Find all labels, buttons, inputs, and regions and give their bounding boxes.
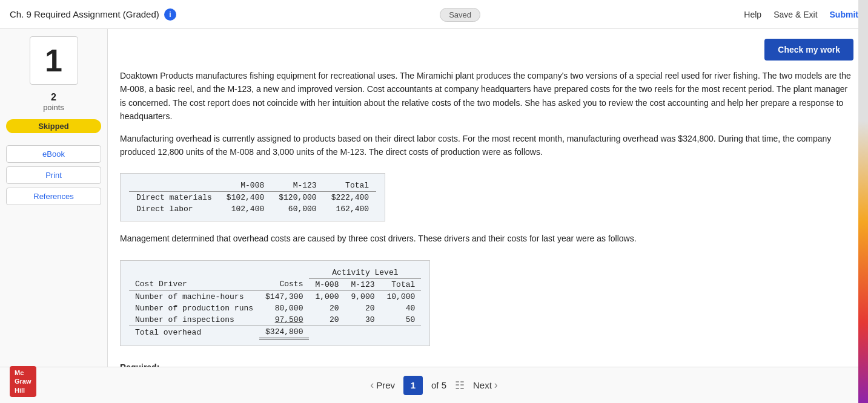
table2-row3-m008: 20 [309, 314, 345, 326]
table1-row2-m123: 60,000 [271, 203, 323, 215]
table2-total-m123 [345, 326, 380, 339]
prev-chevron-icon: ‹ [370, 379, 374, 392]
bottom-nav: Mc Graw Hill ‹ Prev 1 of 5 ☷ Next › [0, 367, 868, 403]
table1-row2-label: Direct labor [129, 203, 219, 215]
table2-row2-label: Number of production runs [129, 303, 259, 314]
table2-header-m123: M-123 [345, 278, 380, 290]
content-area: Check my work Doaktown Products manufact… [108, 29, 868, 367]
next-button[interactable]: Next › [473, 379, 498, 392]
problem-paragraph-3: Management determined that overhead cost… [120, 232, 853, 245]
table2-row1-label: Number of machine-hours [129, 290, 259, 303]
page-title: Ch. 9 Required Assignment (Graded) [10, 9, 159, 19]
main-layout: 1 2 points Skipped eBook Print Reference… [0, 29, 868, 367]
of-pages-label: of 5 [431, 380, 446, 390]
mcgraw-hill-logo: Mc Graw Hill [10, 366, 36, 397]
sidebar: 1 2 points Skipped eBook Print Reference… [0, 29, 108, 367]
table2-row1-m008: 1,000 [309, 290, 345, 303]
table2-row2-total: 40 [381, 303, 422, 314]
saved-status: Saved [440, 10, 480, 19]
table2-total-total [381, 326, 422, 339]
activity-level-table: Activity Level Cost Driver Costs M-008 M… [120, 260, 430, 347]
table2-row3-m123: 30 [345, 314, 380, 326]
topbar-right: Help Save & Exit Submit [744, 10, 858, 19]
table2-row2-m123: 20 [345, 303, 380, 314]
topbar: Ch. 9 Required Assignment (Graded) i Sav… [0, 0, 868, 29]
table1-header-m123: M-123 [271, 180, 323, 192]
problem-paragraph-2: Manufacturing overhead is currently assi… [120, 132, 853, 159]
table1-row2-total: 162,400 [324, 203, 376, 215]
current-page-number: 1 [411, 380, 416, 390]
table1-row1-label: Direct materials [129, 192, 219, 204]
next-label: Next [473, 380, 492, 390]
prev-button[interactable]: ‹ Prev [370, 379, 395, 392]
current-page-box: 1 [403, 376, 423, 395]
skipped-badge[interactable]: Skipped [6, 119, 101, 133]
saved-badge: Saved [440, 8, 480, 22]
logo-line2: Graw [15, 377, 31, 385]
references-button[interactable]: References [6, 188, 101, 205]
table2-total-label: Total overhead [129, 326, 259, 339]
table2-row2-costs: 80,000 [259, 303, 309, 314]
submit-link[interactable]: Submit [830, 10, 858, 19]
save-exit-link[interactable]: Save & Exit [774, 10, 817, 19]
logo-line3: Hill [15, 386, 31, 395]
table2-row1-m123: 9,000 [345, 290, 380, 303]
table2-row3-label: Number of inspections [129, 314, 259, 326]
table1-row1-m008: $102,400 [219, 192, 271, 204]
table2-row3-costs: 97,500 [259, 314, 309, 326]
points-label: points [6, 103, 101, 112]
check-btn-row: Check my work [120, 39, 853, 61]
problem-paragraph-1: Doaktown Products manufactures fishing e… [120, 69, 853, 123]
table2-header-total: Total [381, 278, 422, 290]
direct-costs-table: M-008 M-123 Total Direct materials $102,… [120, 173, 385, 221]
required-label: Required: [120, 362, 853, 367]
points-number: 2 [6, 92, 101, 103]
info-icon[interactable]: i [164, 8, 176, 21]
table1-row2-m008: 102,400 [219, 203, 271, 215]
topbar-left: Ch. 9 Required Assignment (Graded) i [10, 8, 176, 21]
table1-row1-m123: $120,000 [271, 192, 323, 204]
table2-header-m008: M-008 [309, 278, 345, 290]
activity-level-header: Activity Level [309, 267, 421, 279]
logo-line1: Mc [15, 369, 31, 377]
prev-label: Prev [376, 380, 395, 390]
print-button[interactable]: Print [6, 166, 101, 184]
ebook-button[interactable]: eBook [6, 145, 101, 163]
table2-row1-costs: $147,300 [259, 290, 309, 303]
check-my-work-button[interactable]: Check my work [764, 39, 853, 61]
points-info: 2 points [6, 92, 101, 112]
table2-row1-total: 10,000 [381, 290, 422, 303]
question-number: 1 [45, 42, 62, 79]
table1-header-total: Total [324, 180, 376, 192]
grid-view-icon[interactable]: ☷ [455, 379, 465, 392]
table2-row2-m008: 20 [309, 303, 345, 314]
table2-header-driver: Cost Driver [129, 278, 259, 290]
table1-header-m008: M-008 [219, 180, 271, 192]
next-chevron-icon: › [494, 379, 498, 392]
table2-total-costs: $324,800 [259, 326, 309, 339]
table2-header-costs: Costs [259, 278, 309, 290]
question-number-box: 1 [30, 36, 78, 85]
table2-total-m008 [309, 326, 345, 339]
table1-row1-total: $222,400 [324, 192, 376, 204]
table2-row3-total: 50 [381, 314, 422, 326]
accent-bar [858, 0, 868, 403]
help-link[interactable]: Help [744, 10, 761, 19]
